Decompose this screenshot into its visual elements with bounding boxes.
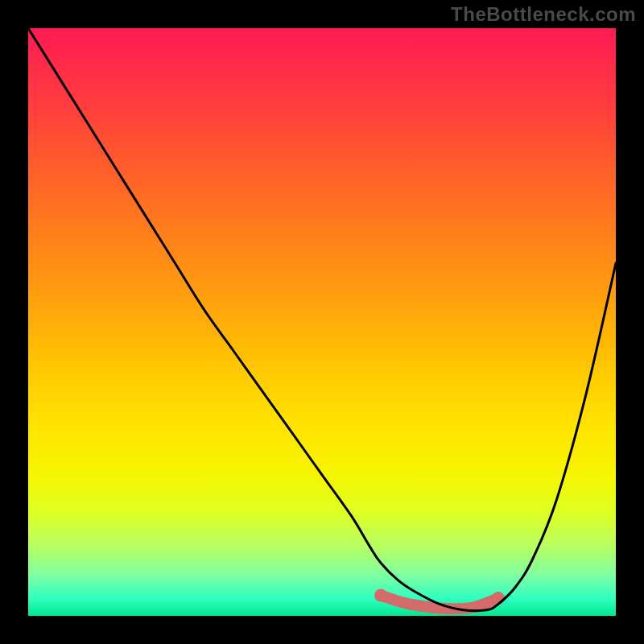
- chart-frame: TheBottleneck.com: [0, 0, 644, 644]
- bottleneck-curve: [28, 28, 616, 611]
- plot-area: [28, 28, 616, 616]
- watermark-text: TheBottleneck.com: [451, 3, 636, 26]
- optimal-zone-highlight: [381, 596, 498, 609]
- optimal-zone-start-dot: [374, 589, 387, 602]
- chart-svg: [28, 28, 616, 616]
